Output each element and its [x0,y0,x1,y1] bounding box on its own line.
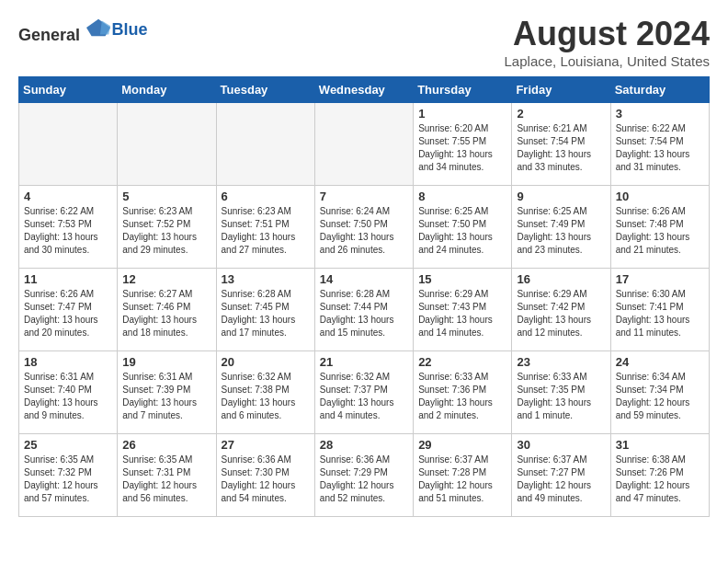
day-info: Sunrise: 6:35 AM Sunset: 7:31 PM Dayligh… [122,454,210,505]
day-number: 17 [616,272,704,286]
day-info: Sunrise: 6:29 AM Sunset: 7:42 PM Dayligh… [517,288,605,339]
calendar-day-cell: 26Sunrise: 6:35 AM Sunset: 7:31 PM Dayli… [118,434,216,517]
day-info: Sunrise: 6:22 AM Sunset: 7:54 PM Dayligh… [616,122,704,174]
day-info: Sunrise: 6:25 AM Sunset: 7:49 PM Dayligh… [517,205,605,257]
calendar-week-row: 1Sunrise: 6:20 AM Sunset: 7:55 PM Daylig… [19,103,710,186]
day-info: Sunrise: 6:30 AM Sunset: 7:41 PM Dayligh… [616,288,704,339]
location: Laplace, Louisiana, United States [505,53,710,69]
day-info: Sunrise: 6:26 AM Sunset: 7:48 PM Dayligh… [616,205,704,257]
day-info: Sunrise: 6:37 AM Sunset: 7:28 PM Dayligh… [418,454,506,505]
day-info: Sunrise: 6:23 AM Sunset: 7:52 PM Dayligh… [122,205,210,257]
logo-general: General [18,26,80,44]
calendar-day-cell: 8Sunrise: 6:25 AM Sunset: 7:50 PM Daylig… [414,186,512,269]
day-of-week-header: Sunday [19,77,118,103]
day-info: Sunrise: 6:32 AM Sunset: 7:37 PM Dayligh… [320,371,408,422]
calendar-day-cell: 24Sunrise: 6:34 AM Sunset: 7:34 PM Dayli… [610,351,709,434]
calendar-day-cell: 11Sunrise: 6:26 AM Sunset: 7:47 PM Dayli… [19,269,118,351]
calendar-day-cell [314,103,413,186]
day-info: Sunrise: 6:37 AM Sunset: 7:27 PM Dayligh… [517,454,605,505]
calendar-day-cell: 28Sunrise: 6:36 AM Sunset: 7:29 PM Dayli… [314,434,413,517]
calendar-day-cell: 31Sunrise: 6:38 AM Sunset: 7:26 PM Dayli… [610,434,709,517]
day-info: Sunrise: 6:36 AM Sunset: 7:30 PM Dayligh… [222,454,310,505]
day-info: Sunrise: 6:36 AM Sunset: 7:29 PM Dayligh… [320,454,408,505]
day-of-week-header: Thursday [414,77,512,103]
calendar-day-cell: 22Sunrise: 6:33 AM Sunset: 7:36 PM Dayli… [414,351,512,434]
day-info: Sunrise: 6:38 AM Sunset: 7:26 PM Dayligh… [616,454,704,505]
day-number: 2 [517,107,605,121]
calendar-day-cell: 12Sunrise: 6:27 AM Sunset: 7:46 PM Dayli… [118,269,216,351]
calendar-day-cell: 9Sunrise: 6:25 AM Sunset: 7:49 PM Daylig… [512,186,610,269]
day-number: 10 [616,190,704,203]
day-info: Sunrise: 6:28 AM Sunset: 7:44 PM Dayligh… [320,288,408,339]
calendar-day-cell [19,103,118,186]
days-header-row: SundayMondayTuesdayWednesdayThursdayFrid… [19,77,710,103]
day-number: 26 [122,438,210,452]
day-info: Sunrise: 6:31 AM Sunset: 7:39 PM Dayligh… [122,371,210,422]
calendar-day-cell: 3Sunrise: 6:22 AM Sunset: 7:54 PM Daylig… [610,103,709,186]
day-info: Sunrise: 6:35 AM Sunset: 7:32 PM Dayligh… [24,454,112,505]
day-info: Sunrise: 6:32 AM Sunset: 7:38 PM Dayligh… [222,371,310,422]
day-info: Sunrise: 6:22 AM Sunset: 7:53 PM Dayligh… [24,205,112,257]
title-area: August 2024 Laplace, Louisiana, United S… [505,15,710,69]
day-info: Sunrise: 6:20 AM Sunset: 7:55 PM Dayligh… [418,122,506,174]
calendar-day-cell: 1Sunrise: 6:20 AM Sunset: 7:55 PM Daylig… [414,103,512,186]
logo-icon [86,15,112,40]
logo: General Blue [18,15,148,45]
calendar-day-cell: 15Sunrise: 6:29 AM Sunset: 7:43 PM Dayli… [414,269,512,351]
calendar-day-cell: 5Sunrise: 6:23 AM Sunset: 7:52 PM Daylig… [118,186,216,269]
day-number: 9 [517,190,605,203]
day-info: Sunrise: 6:33 AM Sunset: 7:35 PM Dayligh… [517,371,605,422]
day-number: 11 [24,272,112,286]
day-number: 6 [222,190,310,203]
day-number: 14 [320,272,408,286]
day-number: 1 [418,107,506,121]
calendar-day-cell: 25Sunrise: 6:35 AM Sunset: 7:32 PM Dayli… [19,434,118,517]
day-number: 15 [418,272,506,286]
day-number: 7 [320,190,408,203]
calendar-day-cell [118,103,216,186]
calendar-day-cell: 20Sunrise: 6:32 AM Sunset: 7:38 PM Dayli… [216,351,314,434]
calendar-week-row: 25Sunrise: 6:35 AM Sunset: 7:32 PM Dayli… [19,434,710,517]
day-number: 3 [616,107,704,121]
day-number: 4 [24,190,112,203]
day-info: Sunrise: 6:33 AM Sunset: 7:36 PM Dayligh… [418,371,506,422]
day-of-week-header: Friday [512,77,610,103]
day-number: 27 [222,438,310,452]
month-year: August 2024 [505,15,710,53]
calendar-day-cell [216,103,314,186]
calendar-day-cell: 16Sunrise: 6:29 AM Sunset: 7:42 PM Dayli… [512,269,610,351]
day-number: 12 [122,272,210,286]
day-number: 21 [320,355,408,369]
day-number: 31 [616,438,704,452]
day-number: 8 [418,190,506,203]
day-of-week-header: Wednesday [314,77,413,103]
day-number: 19 [122,355,210,369]
day-number: 25 [24,438,112,452]
day-info: Sunrise: 6:28 AM Sunset: 7:45 PM Dayligh… [222,288,310,339]
day-info: Sunrise: 6:21 AM Sunset: 7:54 PM Dayligh… [517,122,605,174]
calendar-day-cell: 4Sunrise: 6:22 AM Sunset: 7:53 PM Daylig… [19,186,118,269]
calendar-week-row: 18Sunrise: 6:31 AM Sunset: 7:40 PM Dayli… [19,351,710,434]
calendar-day-cell: 17Sunrise: 6:30 AM Sunset: 7:41 PM Dayli… [610,269,709,351]
day-of-week-header: Monday [118,77,216,103]
calendar-day-cell: 14Sunrise: 6:28 AM Sunset: 7:44 PM Dayli… [314,269,413,351]
calendar-day-cell: 18Sunrise: 6:31 AM Sunset: 7:40 PM Dayli… [19,351,118,434]
day-number: 29 [418,438,506,452]
calendar-day-cell: 10Sunrise: 6:26 AM Sunset: 7:48 PM Dayli… [610,186,709,269]
day-info: Sunrise: 6:34 AM Sunset: 7:34 PM Dayligh… [616,371,704,422]
calendar-day-cell: 30Sunrise: 6:37 AM Sunset: 7:27 PM Dayli… [512,434,610,517]
calendar-day-cell: 27Sunrise: 6:36 AM Sunset: 7:30 PM Dayli… [216,434,314,517]
calendar-day-cell: 29Sunrise: 6:37 AM Sunset: 7:28 PM Dayli… [414,434,512,517]
calendar-week-row: 4Sunrise: 6:22 AM Sunset: 7:53 PM Daylig… [19,186,710,269]
calendar-day-cell: 2Sunrise: 6:21 AM Sunset: 7:54 PM Daylig… [512,103,610,186]
calendar-day-cell: 21Sunrise: 6:32 AM Sunset: 7:37 PM Dayli… [314,351,413,434]
header: General Blue August 2024 Laplace, Louisi… [18,15,710,69]
day-number: 23 [517,355,605,369]
day-info: Sunrise: 6:29 AM Sunset: 7:43 PM Dayligh… [418,288,506,339]
day-info: Sunrise: 6:24 AM Sunset: 7:50 PM Dayligh… [320,205,408,257]
calendar-day-cell: 19Sunrise: 6:31 AM Sunset: 7:39 PM Dayli… [118,351,216,434]
day-info: Sunrise: 6:31 AM Sunset: 7:40 PM Dayligh… [24,371,112,422]
day-number: 13 [222,272,310,286]
calendar-day-cell: 23Sunrise: 6:33 AM Sunset: 7:35 PM Dayli… [512,351,610,434]
day-number: 30 [517,438,605,452]
